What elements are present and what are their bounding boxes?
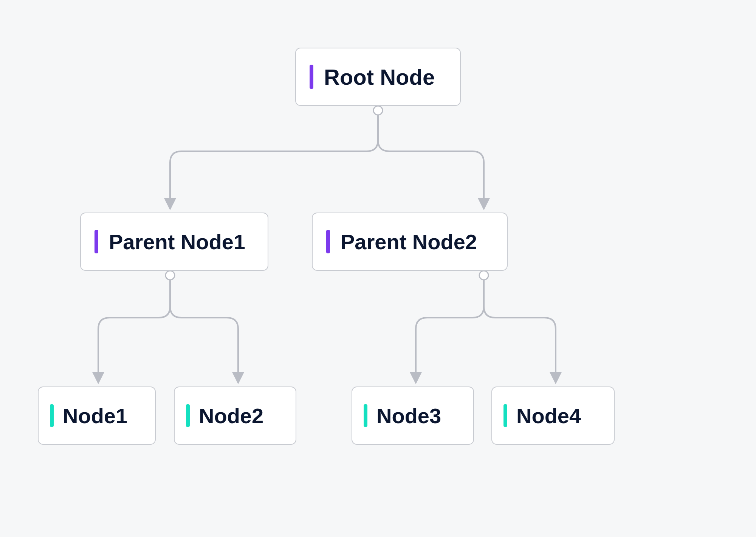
tree-diagram: Root Node Parent Node1 Parent Node2 Node…	[0, 0, 756, 537]
node-label: Parent Node2	[341, 230, 477, 254]
parent-node-2: Parent Node2	[312, 213, 508, 271]
leaf-node-2: Node2	[174, 386, 296, 445]
parent-node-1: Parent Node1	[80, 213, 268, 271]
leaf-node-3: Node3	[352, 386, 474, 445]
svg-point-2	[479, 271, 488, 280]
node-label: Node3	[376, 404, 441, 428]
node-label: Node1	[63, 404, 127, 428]
node-label: Parent Node1	[109, 230, 245, 254]
node-label: Node2	[199, 404, 263, 428]
accent-bar	[503, 404, 507, 427]
leaf-node-4: Node4	[491, 386, 615, 445]
accent-bar	[50, 404, 54, 427]
node-label: Node4	[516, 404, 581, 428]
svg-point-1	[166, 271, 175, 280]
accent-bar	[186, 404, 190, 427]
root-node: Root Node	[295, 48, 461, 106]
accent-bar	[310, 65, 313, 89]
accent-bar	[326, 230, 330, 253]
accent-bar	[364, 404, 367, 427]
node-label: Root Node	[324, 64, 435, 90]
accent-bar	[94, 230, 98, 253]
svg-point-0	[373, 106, 383, 115]
leaf-node-1: Node1	[38, 386, 156, 445]
